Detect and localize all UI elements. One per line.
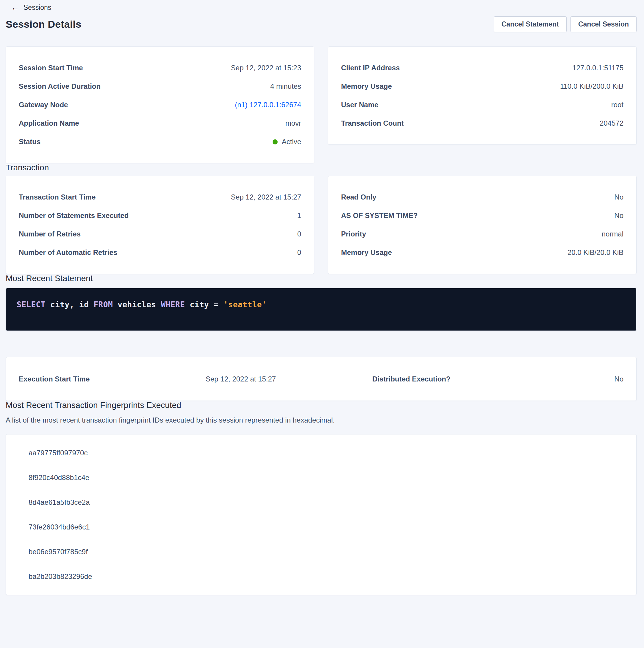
- row-value: No: [614, 211, 624, 220]
- session-info-card-left: Session Start Time Sep 12, 2022 at 15:23…: [6, 47, 314, 163]
- row-statements-executed: Number of Statements Executed 1: [19, 206, 301, 225]
- row-value: 1: [297, 211, 301, 220]
- active-status-icon: [273, 140, 278, 145]
- transaction-card-left: Transaction Start Time Sep 12, 2022 at 1…: [6, 176, 314, 274]
- row-label: Memory Usage: [341, 248, 398, 257]
- page-actions: Cancel Statement Cancel Session: [494, 16, 637, 32]
- sql-text: vehicles: [113, 300, 161, 309]
- row-value: 4 minutes: [270, 82, 301, 91]
- row-label: Session Start Time: [19, 64, 89, 72]
- row-transaction-start-time: Transaction Start Time Sep 12, 2022 at 1…: [19, 188, 301, 206]
- sql-keyword: WHERE: [161, 300, 185, 309]
- transaction-section-heading: Transaction: [6, 163, 637, 172]
- row-value: 0: [297, 230, 301, 238]
- row-client-ip-address: Client IP Address 127.0.0.1:51175: [341, 59, 624, 77]
- row-value: Sep 12, 2022 at 15:23: [231, 64, 301, 72]
- row-label: User Name: [341, 101, 384, 109]
- execution-start-time-value: Sep 12, 2022 at 15:27: [206, 375, 372, 383]
- status-badge: Active: [273, 138, 301, 146]
- row-label: Session Active Duration: [19, 82, 107, 91]
- row-value: Sep 12, 2022 at 15:27: [231, 193, 301, 201]
- row-value: normal: [602, 230, 624, 238]
- cancel-session-button[interactable]: Cancel Session: [571, 16, 637, 32]
- transaction-section: Transaction Start Time Sep 12, 2022 at 1…: [6, 176, 637, 274]
- gateway-node-link[interactable]: (n1) 127.0.0.1:62674: [235, 101, 301, 109]
- row-session-active-duration: Session Active Duration 4 minutes: [19, 77, 301, 96]
- row-value: 110.0 KiB/200.0 KiB: [560, 82, 624, 91]
- sql-statement-box: SELECT city, id FROM vehicles WHERE city…: [6, 288, 637, 331]
- row-label: Number of Statements Executed: [19, 211, 134, 220]
- row-label: Gateway Node: [19, 101, 74, 109]
- execution-card: Execution Start Time Sep 12, 2022 at 15:…: [6, 357, 637, 401]
- row-session-start-time: Session Start Time Sep 12, 2022 at 15:23: [19, 59, 301, 77]
- row-value: root: [611, 101, 624, 109]
- fingerprint-item: ba2b203b823296de: [28, 564, 624, 589]
- breadcrumb-label: Sessions: [23, 4, 51, 12]
- row-transaction-count: Transaction Count 204572: [341, 114, 624, 132]
- fingerprints-section-heading: Most Recent Transaction Fingerprints Exe…: [6, 401, 637, 410]
- row-value: 127.0.0.1:51175: [572, 64, 624, 72]
- page-title: Session Details: [6, 18, 81, 30]
- row-value: 0: [297, 248, 301, 257]
- row-read-only: Read Only No: [341, 188, 624, 206]
- row-label: Read Only: [341, 193, 383, 201]
- row-memory-usage: Memory Usage 110.0 KiB/200.0 KiB: [341, 77, 624, 96]
- fingerprints-card: aa79775ff097970c 8f920c40d88b1c4e 8d4ae6…: [6, 434, 637, 595]
- row-user-name: User Name root: [341, 96, 624, 114]
- sql-text: city, id: [46, 300, 94, 309]
- title-bar: Session Details Cancel Statement Cancel …: [6, 16, 637, 32]
- row-txn-memory-usage: Memory Usage 20.0 KiB/20.0 KiB: [341, 243, 624, 262]
- fingerprint-item: 8f920c40d88b1c4e: [28, 465, 624, 490]
- back-arrow-icon: ←: [11, 4, 19, 11]
- row-as-of-system-time: AS OF SYSTEM TIME? No: [341, 206, 624, 225]
- fingerprints-description: A list of the most recent transaction fi…: [6, 416, 637, 425]
- row-status: Status Active: [19, 132, 301, 151]
- back-to-sessions-link[interactable]: ← Sessions: [11, 3, 51, 12]
- row-label: Number of Automatic Retries: [19, 248, 123, 257]
- fingerprint-item: be06e9570f785c9f: [28, 539, 624, 564]
- sql-keyword: SELECT: [17, 300, 46, 309]
- row-value: 20.0 KiB/20.0 KiB: [568, 248, 624, 257]
- sql-keyword: FROM: [94, 300, 113, 309]
- sql-string-literal: 'seattle': [224, 300, 267, 309]
- row-value: 204572: [600, 119, 624, 127]
- row-label: Memory Usage: [341, 82, 398, 91]
- transaction-card-right: Read Only No AS OF SYSTEM TIME? No Prior…: [328, 176, 637, 274]
- statement-section-heading: Most Recent Statement: [6, 274, 637, 283]
- row-label: Priority: [341, 230, 372, 238]
- status-value: Active: [282, 138, 301, 146]
- row-priority: Priority normal: [341, 225, 624, 243]
- fingerprint-item: 73fe26034bd6e6c1: [28, 515, 624, 539]
- row-application-name: Application Name movr: [19, 114, 301, 132]
- cancel-statement-button[interactable]: Cancel Statement: [494, 16, 567, 32]
- row-label: AS OF SYSTEM TIME?: [341, 211, 423, 220]
- row-label: Transaction Count: [341, 119, 410, 127]
- sql-text: city =: [185, 300, 223, 309]
- row-label: Status: [19, 138, 46, 146]
- row-number-of-retries: Number of Retries 0: [19, 225, 301, 243]
- distributed-execution-value: No: [457, 375, 624, 383]
- row-gateway-node: Gateway Node (n1) 127.0.0.1:62674: [19, 96, 301, 114]
- row-value: movr: [285, 119, 301, 127]
- session-info-card-right: Client IP Address 127.0.0.1:51175 Memory…: [328, 47, 637, 145]
- row-label: Client IP Address: [341, 64, 406, 72]
- row-value: No: [614, 193, 624, 201]
- session-details-page: ← Sessions Session Details Cancel Statem…: [0, 0, 644, 595]
- fingerprint-item: aa79775ff097970c: [28, 440, 624, 465]
- sql-statement: SELECT city, id FROM vehicles WHERE city…: [17, 300, 267, 309]
- distributed-execution-label: Distributed Execution?: [372, 375, 457, 383]
- row-automatic-retries: Number of Automatic Retries 0: [19, 243, 301, 262]
- row-label: Transaction Start Time: [19, 193, 102, 201]
- row-label: Number of Retries: [19, 230, 86, 238]
- session-summary-section: Session Start Time Sep 12, 2022 at 15:23…: [6, 47, 637, 163]
- row-label: Application Name: [19, 119, 85, 127]
- fingerprint-item: 8d4ae61a5fb3ce2a: [28, 490, 624, 515]
- execution-start-time-label: Execution Start Time: [19, 375, 206, 383]
